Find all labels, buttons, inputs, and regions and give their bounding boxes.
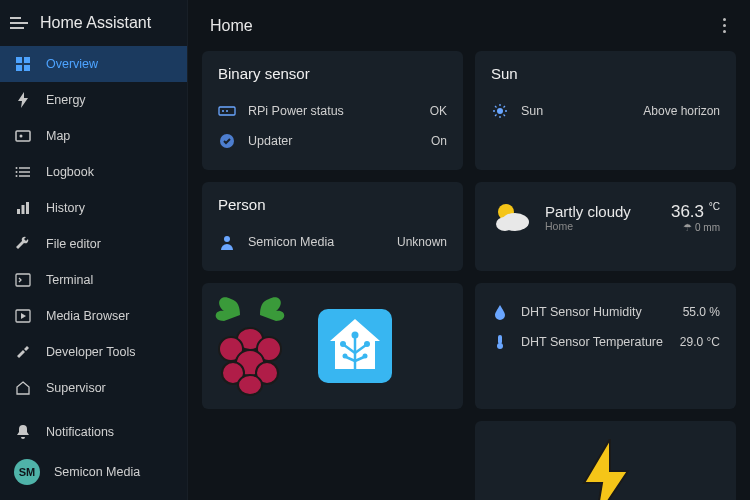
svg-rect-4	[16, 131, 30, 141]
dashboard-icon	[14, 55, 32, 73]
sidebar-item-supervisor[interactable]: Supervisor	[0, 370, 187, 406]
sidebar-item-notifications[interactable]: Notifications	[0, 414, 187, 450]
svg-point-49	[364, 341, 370, 347]
sun-card: Sun Sun Above horizon	[475, 51, 736, 170]
wrench-icon	[14, 235, 32, 253]
app-title: Home Assistant	[40, 14, 151, 32]
entity-label: Sun	[521, 104, 631, 118]
bell-icon	[14, 423, 32, 441]
entity-label: DHT Sensor Humidity	[521, 305, 671, 319]
weather-temp: 36.3	[671, 202, 704, 221]
entity-value: Unknown	[397, 235, 447, 249]
thermometer-icon	[491, 333, 509, 351]
menu-icon[interactable]	[10, 17, 28, 29]
entity-value: OK	[430, 104, 447, 118]
sidebar-item-label: History	[46, 201, 85, 215]
map-icon	[14, 127, 32, 145]
svg-point-10	[16, 171, 18, 173]
home-assistant-logo-icon	[314, 305, 396, 387]
svg-point-33	[496, 217, 514, 231]
svg-point-50	[343, 354, 348, 359]
umbrella-icon: ☂	[683, 222, 692, 233]
sidebar-item-energy[interactable]: Energy	[0, 82, 187, 118]
sidebar-item-label: Media Browser	[46, 309, 129, 323]
person-icon	[218, 233, 236, 251]
sidebar-item-developer-tools[interactable]: Developer Tools	[0, 334, 187, 370]
sidebar-items: Overview Energy Map Logbook History File…	[0, 46, 187, 414]
svg-point-5	[20, 135, 23, 138]
chart-icon	[14, 199, 32, 217]
main: Home Binary sensor RPi Power status OK U…	[188, 0, 750, 500]
user-name: Semicon Media	[54, 465, 140, 479]
weather-precip: 0 mm	[695, 222, 720, 233]
weather-card[interactable]: Partly cloudy Home 36.3 °C ☂ 0 mm	[475, 182, 736, 271]
sensors-card: DHT Sensor Humidity 55.0 % DHT Sensor Te…	[475, 283, 736, 409]
weather-location: Home	[545, 220, 659, 232]
svg-line-28	[495, 115, 497, 117]
entity-label: Updater	[248, 134, 419, 148]
svg-line-29	[504, 106, 506, 108]
svg-line-27	[504, 115, 506, 117]
entity-value: 55.0 %	[683, 305, 720, 319]
sidebar-item-history[interactable]: History	[0, 190, 187, 226]
sidebar-item-label: Map	[46, 129, 70, 143]
sidebar-item-label: Logbook	[46, 165, 94, 179]
entity-value: 29.0 °C	[680, 335, 720, 349]
rpi-icon	[218, 102, 236, 120]
raspberry-pi-logo-icon	[206, 291, 294, 401]
sidebar-item-media-browser[interactable]: Media Browser	[0, 298, 187, 334]
svg-rect-15	[16, 274, 30, 286]
sidebar-item-overview[interactable]: Overview	[0, 46, 187, 82]
list-icon	[14, 163, 32, 181]
svg-point-48	[340, 341, 346, 347]
ha-icon	[14, 379, 32, 397]
entity-value: On	[431, 134, 447, 148]
sidebar-item-label: Supervisor	[46, 381, 106, 395]
entity-row[interactable]: DHT Sensor Humidity 55.0 %	[491, 297, 720, 327]
avatar: SM	[14, 459, 40, 485]
hammer-icon	[14, 343, 32, 361]
overflow-menu-icon[interactable]	[719, 14, 730, 37]
sidebar-item-map[interactable]: Map	[0, 118, 187, 154]
entity-row[interactable]: Semicon Media Unknown	[218, 227, 447, 257]
led-card[interactable]: LED	[475, 421, 736, 500]
svg-rect-2	[16, 65, 22, 71]
entity-label: RPi Power status	[248, 104, 418, 118]
svg-rect-12	[17, 209, 20, 214]
partly-cloudy-icon	[491, 196, 533, 238]
entity-row[interactable]: RPi Power status OK	[218, 96, 447, 126]
svg-point-21	[497, 108, 503, 114]
svg-point-18	[222, 110, 224, 112]
weather-condition: Partly cloudy	[545, 203, 659, 220]
card-title: Person	[218, 196, 447, 213]
entity-value: Above horizon	[643, 104, 720, 118]
entity-label: DHT Sensor Temperature	[521, 335, 668, 349]
content: Binary sensor RPi Power status OK Update…	[188, 51, 750, 500]
svg-point-30	[224, 236, 230, 242]
bolt-icon	[578, 439, 634, 500]
person-card: Person Semicon Media Unknown	[202, 182, 463, 271]
sidebar-item-label: Terminal	[46, 273, 93, 287]
sidebar-item-label: Developer Tools	[46, 345, 135, 359]
svg-rect-1	[24, 57, 30, 63]
svg-rect-52	[498, 335, 502, 344]
svg-point-19	[226, 110, 228, 112]
sidebar-item-terminal[interactable]: Terminal	[0, 262, 187, 298]
svg-line-26	[495, 106, 497, 108]
svg-rect-0	[16, 57, 22, 63]
entity-row[interactable]: Sun Above horizon	[491, 96, 720, 126]
svg-rect-3	[24, 65, 30, 71]
bolt-icon	[14, 91, 32, 109]
sidebar-item-user[interactable]: SM Semicon Media	[0, 450, 187, 494]
card-title: Binary sensor	[218, 65, 447, 82]
sidebar-item-file-editor[interactable]: File editor	[0, 226, 187, 262]
sidebar-header: Home Assistant	[0, 0, 187, 46]
sidebar-item-label: File editor	[46, 237, 101, 251]
svg-point-53	[497, 343, 503, 349]
topbar: Home	[188, 0, 750, 51]
play-icon	[14, 307, 32, 325]
check-circle-icon	[218, 132, 236, 150]
sidebar-item-logbook[interactable]: Logbook	[0, 154, 187, 190]
entity-row[interactable]: DHT Sensor Temperature 29.0 °C	[491, 327, 720, 357]
entity-row[interactable]: Updater On	[218, 126, 447, 156]
